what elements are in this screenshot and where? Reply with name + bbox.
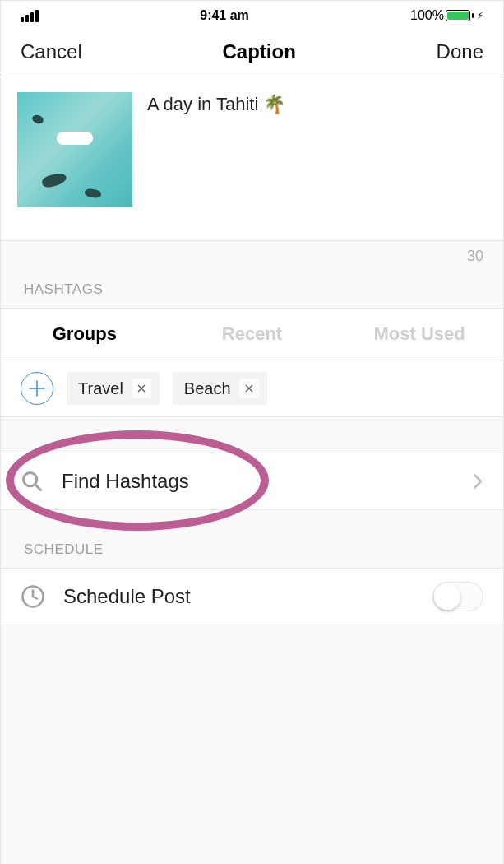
phone-frame: 9:41 am 100% ⚡︎ Cancel Caption Done A da… xyxy=(0,0,504,864)
search-icon xyxy=(21,470,44,493)
battery-icon xyxy=(446,10,470,21)
close-icon xyxy=(137,384,146,393)
find-hashtags-row-wrap: Find Hashtags xyxy=(1,453,503,510)
hashtag-groups-row: Travel Beach xyxy=(1,360,503,417)
page-title: Caption xyxy=(223,40,296,63)
find-hashtags-label: Find Hashtags xyxy=(62,470,454,493)
battery-indicator: 100% ⚡︎ xyxy=(410,8,483,23)
schedule-post-toggle[interactable] xyxy=(432,582,483,611)
hashtag-tag[interactable]: Travel xyxy=(67,372,160,405)
plus-icon xyxy=(28,379,46,397)
hashtag-tag-label: Travel xyxy=(78,379,123,398)
battery-percent: 100% xyxy=(410,8,444,23)
status-time: 9:41 am xyxy=(200,8,249,23)
close-icon xyxy=(245,384,253,393)
tab-recent[interactable]: Recent xyxy=(169,309,336,360)
caption-input[interactable]: A day in Tahiti 🌴 xyxy=(147,92,487,207)
find-hashtags-row[interactable]: Find Hashtags xyxy=(1,453,503,510)
hashtag-tag-label: Beach xyxy=(184,379,231,398)
done-button[interactable]: Done xyxy=(437,40,483,63)
spacer xyxy=(1,417,503,453)
chevron-right-icon xyxy=(472,472,483,490)
nav-bar: Cancel Caption Done xyxy=(1,30,503,77)
status-bar: 9:41 am 100% ⚡︎ xyxy=(1,1,503,30)
caption-char-count: 30 xyxy=(1,240,503,267)
bottom-fill xyxy=(1,625,503,864)
hashtags-section-label: HASHTAGS xyxy=(1,267,503,308)
remove-tag-button[interactable] xyxy=(239,379,259,398)
schedule-post-row: Schedule Post xyxy=(1,568,503,625)
signal-icon xyxy=(21,10,39,22)
tab-most-used[interactable]: Most Used xyxy=(335,309,503,360)
hashtag-tabs: Groups Recent Most Used xyxy=(1,308,503,360)
schedule-section-label: SCHEDULE xyxy=(1,510,503,568)
hashtag-tag[interactable]: Beach xyxy=(173,372,267,405)
caption-area: A day in Tahiti 🌴 xyxy=(1,77,503,240)
post-thumbnail[interactable] xyxy=(17,92,132,207)
svg-line-1 xyxy=(35,485,41,490)
add-group-button[interactable] xyxy=(21,372,53,405)
cancel-button[interactable]: Cancel xyxy=(21,40,82,63)
remove-tag-button[interactable] xyxy=(132,379,151,398)
schedule-post-label: Schedule Post xyxy=(63,585,414,608)
tab-groups[interactable]: Groups xyxy=(1,309,169,360)
toggle-knob xyxy=(434,583,460,610)
charging-icon: ⚡︎ xyxy=(477,10,483,21)
clock-icon xyxy=(21,584,45,609)
